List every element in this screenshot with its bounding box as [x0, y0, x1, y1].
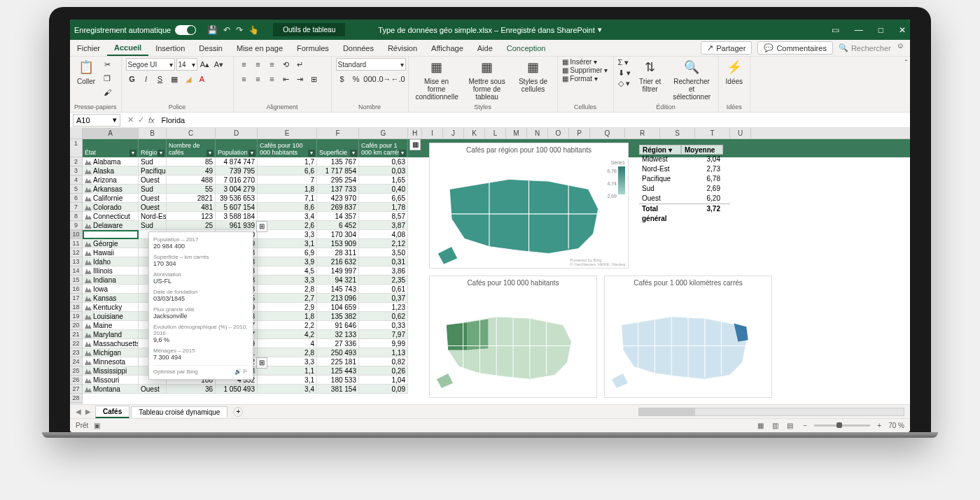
indent-inc-icon[interactable]: ⇥: [294, 73, 307, 85]
chart-region-map[interactable]: Cafés par région pour 100 000 habitants …: [429, 143, 629, 269]
row-header[interactable]: 7: [70, 203, 83, 212]
column-header[interactable]: D: [216, 128, 258, 138]
search-box[interactable]: 🔍Rechercher: [839, 41, 891, 55]
align-top-icon[interactable]: ≡: [238, 58, 251, 71]
wrap-text-icon[interactable]: ↵: [294, 58, 307, 71]
macro-record-icon[interactable]: ▣: [94, 422, 100, 429]
autosave-toggle[interactable]: Enregistrement automatique: [74, 25, 196, 35]
column-header[interactable]: J: [443, 128, 464, 138]
clear-icon[interactable]: ◇ ▾: [618, 79, 631, 88]
font-color-icon[interactable]: A: [196, 73, 209, 85]
col-etat[interactable]: État: [83, 139, 139, 157]
column-header[interactable]: R: [625, 128, 660, 138]
cells-area[interactable]: État Région Nombre de cafés Population C…: [83, 139, 910, 404]
align-bottom-icon[interactable]: ≡: [266, 58, 279, 71]
border-icon[interactable]: ▦: [168, 73, 181, 85]
fill-color-icon[interactable]: ◢: [182, 73, 195, 85]
orientation-icon[interactable]: ⟲: [280, 58, 293, 71]
touch-icon[interactable]: 👆: [248, 25, 259, 35]
add-sheet-icon[interactable]: +: [233, 407, 243, 417]
row-header[interactable]: 18: [70, 303, 83, 312]
toggle-switch-icon[interactable]: [175, 25, 196, 35]
tab-insertion[interactable]: Insertion: [148, 40, 192, 56]
percent-icon[interactable]: %: [350, 73, 363, 85]
zoom-in-icon[interactable]: +: [877, 422, 881, 429]
grow-font-icon[interactable]: A▴: [199, 58, 211, 71]
tab-accueil[interactable]: Accueil: [107, 40, 148, 56]
chart-perkm-map[interactable]: Cafés pour 1 000 kilomètres carrés: [604, 276, 772, 398]
ribbon-options-icon[interactable]: ▭: [832, 25, 839, 35]
shrink-font-icon[interactable]: A▾: [213, 58, 225, 71]
document-title[interactable]: Type de données géo simple.xlsx – Enregi…: [378, 25, 601, 34]
row-header[interactable]: 11: [70, 239, 83, 248]
align-left-icon[interactable]: ≡: [238, 73, 251, 85]
underline-button[interactable]: S: [154, 73, 167, 85]
font-size-select[interactable]: 14▾: [176, 58, 197, 71]
number-format-select[interactable]: Standard▾: [336, 58, 406, 71]
insert-button[interactable]: ▦ Insérer ▾: [562, 58, 598, 66]
column-header[interactable]: F: [317, 128, 359, 138]
zoom-slider[interactable]: [814, 424, 870, 427]
column-header[interactable]: U: [730, 128, 751, 138]
row-header[interactable]: 23: [70, 348, 83, 357]
table-row[interactable]: ArizonaOuest4887 016 2707295 2541,65: [83, 176, 408, 185]
row-header[interactable]: 28: [70, 394, 83, 403]
column-header[interactable]: M: [506, 128, 527, 138]
fx-icon[interactable]: fx: [148, 116, 155, 124]
tab-donnees[interactable]: Données: [336, 40, 381, 56]
normal-view-icon[interactable]: ▦: [755, 422, 767, 429]
tab-fichier[interactable]: Fichier: [70, 40, 107, 56]
chart-per100k-map[interactable]: Cafés pour 100 000 habitants: [429, 276, 597, 398]
table-row[interactable]: AlabamaSud854 874 7471,7135 7670,63: [83, 157, 408, 166]
fill-icon[interactable]: ⬇ ▾: [618, 69, 631, 78]
zoom-level[interactable]: 70 %: [888, 422, 904, 429]
currency-icon[interactable]: $: [336, 73, 349, 85]
column-header[interactable]: B: [139, 128, 167, 138]
tab-conception[interactable]: Conception: [500, 40, 553, 56]
row-header[interactable]: 3: [70, 166, 83, 176]
table-row[interactable]: ColoradoOuest4815 607 1548,6269 8371,78: [83, 203, 408, 212]
column-header[interactable]: G: [359, 128, 408, 138]
row-header[interactable]: 8: [70, 212, 83, 221]
cell-styles-button[interactable]: ▦Styles de cellules: [514, 58, 553, 94]
conditional-format-button[interactable]: ▦Mise en forme conditionnelle: [413, 58, 461, 102]
font-name-select[interactable]: Segoe UI▾: [126, 58, 175, 71]
cut-icon[interactable]: ✂: [101, 58, 113, 71]
table-row[interactable]: AlaskaPacifique49739 7956,61 717 8540,03: [83, 166, 408, 176]
table-row[interactable]: MontanaOuest361 050 4933,4381 1540,09: [83, 385, 408, 394]
column-header[interactable]: N: [527, 128, 548, 138]
col-cafes[interactable]: Nombre de cafés: [167, 139, 216, 157]
row-header[interactable]: 10: [70, 230, 83, 239]
bold-button[interactable]: G: [126, 73, 139, 85]
align-center-icon[interactable]: ≡: [252, 73, 265, 85]
paste-button[interactable]: 📋Coller: [74, 58, 98, 87]
row-header[interactable]: 4: [70, 176, 83, 185]
tab-dessin[interactable]: Dessin: [192, 40, 230, 56]
tab-affichage[interactable]: Affichage: [424, 40, 470, 56]
col-perkm[interactable]: Cafés pour 1 000 km carrés: [359, 139, 408, 157]
row-header[interactable]: 9: [70, 221, 83, 230]
sheet-tab-cafes[interactable]: Cafés: [95, 406, 130, 418]
insert-data-icon[interactable]: ⊞: [256, 221, 267, 232]
row-header[interactable]: 19: [70, 312, 83, 321]
select-all-corner[interactable]: [70, 128, 83, 138]
zoom-out-icon[interactable]: −: [804, 422, 808, 429]
column-header[interactable]: P: [569, 128, 590, 138]
undo-icon[interactable]: ↶: [223, 25, 230, 35]
row-header[interactable]: 27: [70, 385, 83, 394]
merge-icon[interactable]: ⊞: [308, 73, 321, 85]
column-header[interactable]: Q: [590, 128, 625, 138]
inc-decimal-icon[interactable]: .0→: [378, 73, 391, 85]
tab-aide[interactable]: Aide: [470, 40, 500, 56]
row-header[interactable]: 24: [70, 357, 83, 366]
row-header[interactable]: 22: [70, 339, 83, 348]
find-select-button[interactable]: 🔍Rechercher et sélectionner: [670, 58, 714, 102]
sort-filter-button[interactable]: ⇅Trier et filtrer: [634, 58, 667, 94]
sheet-tab-pivot[interactable]: Tableau croisé dynamique: [131, 406, 227, 417]
column-header[interactable]: T: [695, 128, 730, 138]
table-row[interactable]: ArkansasSud553 004 2791,8137 7330,40: [83, 185, 408, 194]
tab-mise-en-page[interactable]: Mise en page: [230, 40, 290, 56]
table-row[interactable]: DelawareSud25961 9392,66 4523,87: [83, 221, 408, 230]
comments-button[interactable]: 💬Commentaires: [757, 41, 833, 55]
column-header[interactable]: O: [548, 128, 569, 138]
